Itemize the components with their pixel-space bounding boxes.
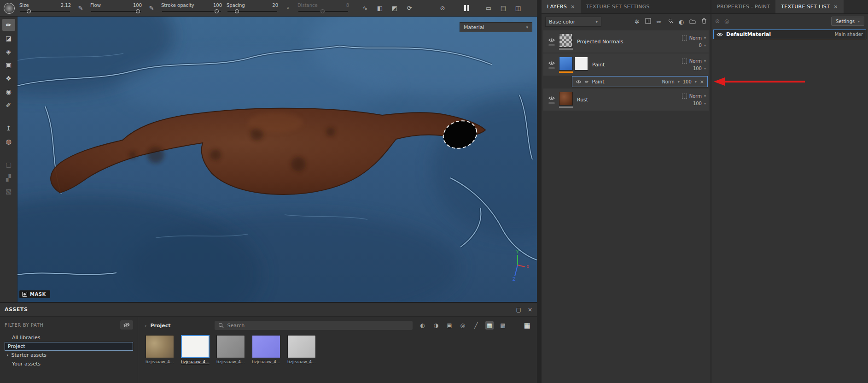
viewport-layout-icon[interactable]: ▭ xyxy=(484,3,494,13)
eraser-tool[interactable]: ◪ xyxy=(2,32,15,44)
channel-dropdown[interactable]: Base color ▾ xyxy=(545,17,601,27)
effect-visibility-eye-icon[interactable] xyxy=(576,80,582,84)
filter-item-project[interactable]: Project xyxy=(5,342,133,351)
brush-size-slider[interactable] xyxy=(19,9,71,14)
empty-mask-icon[interactable] xyxy=(682,35,687,41)
hide-filters-button[interactable] xyxy=(120,320,133,330)
falloff-curve-icon[interactable]: ∿ xyxy=(360,3,370,13)
panel-divider[interactable] xyxy=(537,0,542,383)
layer-visibility-eye-icon[interactable] xyxy=(548,96,555,100)
stroke-opacity-value[interactable]: 100 xyxy=(213,3,222,8)
search-input[interactable] xyxy=(227,323,409,329)
lazy-mouse-icon[interactable]: ⟳ xyxy=(404,3,414,13)
geometry-stack-icon[interactable]: ▤ xyxy=(498,3,508,13)
clone-tool[interactable]: ◉ xyxy=(2,86,15,98)
stroke-opacity-slider[interactable] xyxy=(161,9,222,14)
layer-row-paint[interactable]: Paint Norm ▾ 100 ▾ xyxy=(543,53,709,76)
tab-layers[interactable]: LAYERS × xyxy=(542,0,581,13)
layer-opacity-dropdown[interactable]: 0 xyxy=(699,43,702,48)
resources-shelf-icon[interactable]: ◍ xyxy=(2,136,15,147)
close-tab-icon[interactable]: × xyxy=(833,4,838,10)
layer-thumbnail[interactable] xyxy=(559,92,573,106)
layer-opacity-dropdown[interactable]: 100 xyxy=(693,101,702,106)
empty-mask-icon[interactable] xyxy=(682,94,687,99)
asset-texture-preview[interactable] xyxy=(146,335,174,358)
asset-thumbnail[interactable]: tizjeaaaw_4... xyxy=(146,335,175,364)
layer-name[interactable]: Paint xyxy=(592,62,605,68)
add-smart-material-icon[interactable]: ◐ xyxy=(679,18,684,25)
layer-thumbnail[interactable] xyxy=(559,57,573,71)
add-effect-icon[interactable]: ✲ xyxy=(635,18,640,25)
layer-thumbnail[interactable] xyxy=(559,34,573,47)
asset-texture-preview[interactable] xyxy=(216,335,245,358)
grid-view-toggle-icon[interactable]: ▦ xyxy=(524,321,530,330)
projection-tool[interactable]: ◈ xyxy=(2,46,15,58)
filter-item-your-assets[interactable]: Your assets xyxy=(5,359,133,368)
filter-item-all-libraries[interactable]: All libraries xyxy=(5,333,133,342)
asset-texture-preview[interactable] xyxy=(181,335,210,358)
expand-arrow-icon[interactable]: › xyxy=(6,352,8,358)
effect-opacity-dropdown[interactable]: 100 xyxy=(683,79,692,84)
filter-smart-masks-icon[interactable]: ▣ xyxy=(445,321,454,330)
asset-texture-preview[interactable] xyxy=(252,335,280,358)
3d-viewport[interactable]: Material ▾ MASK Y Z X xyxy=(17,17,537,302)
remove-effect-icon[interactable]: × xyxy=(700,79,704,85)
shading-mode-dropdown[interactable]: Material ▾ xyxy=(460,22,532,32)
undock-panel-icon[interactable]: ▢ xyxy=(516,306,521,313)
tab-texture-set-list[interactable]: TEXTURE SET LIST × xyxy=(775,0,843,13)
pause-engine-button[interactable] xyxy=(460,3,472,14)
paint-effect-row-selected[interactable]: ✏ Paint Norm ▾ 100 ▾ × xyxy=(572,76,708,87)
spacing-value[interactable]: 20 xyxy=(272,3,278,8)
tab-properties-paint[interactable]: PROPERTIES - PAINT xyxy=(711,0,775,13)
mirror-y-symmetry-icon[interactable]: ◩ xyxy=(390,3,400,13)
export-icon[interactable]: ↥ xyxy=(2,122,15,134)
brush-flow-slider[interactable] xyxy=(90,9,142,14)
effect-name[interactable]: Paint xyxy=(592,79,604,85)
blend-mode-dropdown[interactable]: Norm xyxy=(689,35,702,41)
filter-materials-icon[interactable]: ◐ xyxy=(419,321,427,330)
filter-smart-materials-icon[interactable]: ◑ xyxy=(432,321,440,330)
settings-button[interactable]: Settings ▾ xyxy=(831,17,864,26)
flow-pressure-pen-icon[interactable]: ✎ xyxy=(146,3,157,13)
brush-size-value[interactable]: 2.12 xyxy=(61,3,71,8)
asset-thumbnail[interactable]: tizjeaaaw_4... xyxy=(216,335,246,364)
asset-thumbnail-selected[interactable]: tizjeaaaw_4... xyxy=(181,335,210,364)
texture-set-name[interactable]: DefaultMaterial xyxy=(726,31,771,37)
add-folder-icon[interactable] xyxy=(689,18,696,25)
delete-layer-icon[interactable] xyxy=(701,18,707,25)
layer-mask-thumbnail[interactable] xyxy=(574,57,588,71)
add-fill-layer-icon[interactable] xyxy=(667,18,673,25)
asset-search-field[interactable] xyxy=(215,321,413,330)
layer-row-rust[interactable]: Rust Norm ▾ 100 ▾ xyxy=(543,88,709,111)
add-layer-icon[interactable] xyxy=(645,18,651,25)
symmetry-disabled-icon[interactable]: ⊘ xyxy=(437,3,448,13)
blend-mode-dropdown[interactable]: Norm xyxy=(689,94,702,99)
asset-texture-preview[interactable] xyxy=(287,335,316,358)
filter-alphas-icon[interactable]: ◎ xyxy=(459,321,467,330)
filter-textures-icon[interactable]: ▦ xyxy=(485,321,494,330)
texture-set-row-defaultmaterial[interactable]: DefaultMaterial Main shader xyxy=(713,29,866,39)
asset-thumbnail[interactable]: tizjeaaaw_4... xyxy=(252,335,281,364)
brush-flow-value[interactable]: 100 xyxy=(133,3,142,8)
mirror-x-symmetry-icon[interactable]: ◧ xyxy=(375,3,385,13)
polygon-fill-tool[interactable]: ▣ xyxy=(2,59,15,71)
spacing-slider[interactable] xyxy=(227,9,278,14)
layer-opacity-dropdown[interactable]: 100 xyxy=(693,66,702,71)
paint-brush-tool[interactable]: ✏ xyxy=(2,19,15,31)
layer-row-projected-normals[interactable]: Projected Normals Norm ▾ 0 ▾ xyxy=(543,30,709,53)
tab-texture-set-settings[interactable]: TEXTURE SET SETTINGS xyxy=(581,0,655,13)
filter-brushes-icon[interactable]: ╱ xyxy=(472,321,480,330)
layer-visibility-eye-icon[interactable] xyxy=(548,61,555,65)
layer-visibility-eye-icon[interactable] xyxy=(548,38,555,42)
camera-view-icon[interactable]: ◫ xyxy=(513,3,523,13)
blend-mode-dropdown[interactable]: Norm xyxy=(689,59,702,64)
size-pressure-pen-icon[interactable]: ✎ xyxy=(76,3,86,13)
layer-name[interactable]: Projected Normals xyxy=(577,39,623,45)
scatter-dot-icon[interactable]: ◦ xyxy=(283,3,293,13)
empty-mask-icon[interactable] xyxy=(682,59,687,64)
add-paint-layer-icon[interactable]: ✏ xyxy=(657,18,662,25)
filter-environments-icon[interactable]: ▩ xyxy=(499,321,507,330)
layer-name[interactable]: Rust xyxy=(577,97,588,103)
effect-blend-mode-dropdown[interactable]: Norm xyxy=(662,79,674,84)
breadcrumb[interactable]: › Project xyxy=(145,323,170,329)
